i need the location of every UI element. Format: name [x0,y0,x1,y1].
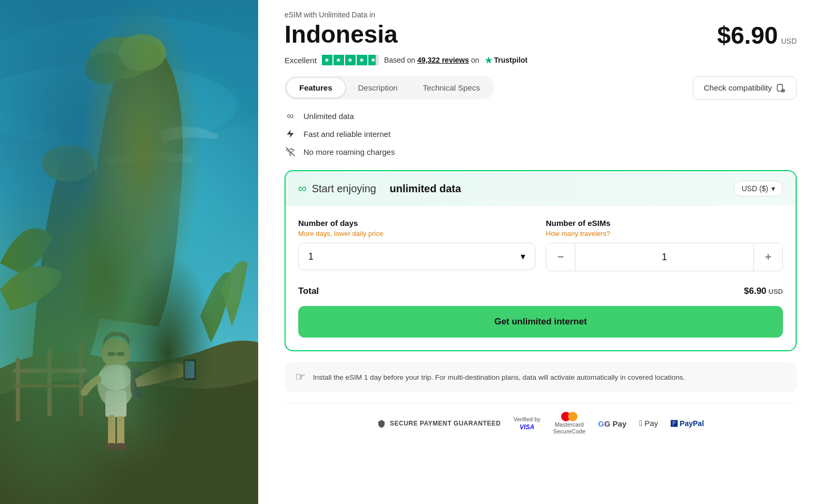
mastercard-sub: SecureCode [553,428,585,435]
booking-header-text2: unlimited data [390,183,462,195]
appay-text: Pay [644,419,658,428]
trustpilot-name: Trustpilot [494,56,528,64]
svg-point-2 [0,63,237,147]
svg-rect-21 [108,415,115,447]
hero-panel [0,0,258,504]
svg-point-1 [0,16,258,142]
feature-no-roaming-text: No more roaming charges [303,147,395,156]
no-roaming-icon [285,146,296,157]
visa-line2: VISA [520,423,534,431]
paypal-icon: 🅿 [671,420,678,428]
infinity-icon: ∞ [285,110,296,122]
paypal-text: PayPal [680,419,704,428]
esims-decrement-button[interactable]: − [546,243,575,271]
star-1: ★ [322,55,332,65]
tab-features[interactable]: Features [286,77,346,98]
right-panel: eSIM with Unlimited Data in Indonesia $6… [258,0,823,504]
lightning-icon [285,128,296,140]
days-dropdown[interactable]: 1 ▾ [298,243,535,270]
secure-payment-badge: SECURE PAYMENT GUARANTEED [377,419,501,428]
info-hand-icon: ☞ [295,370,306,384]
svg-point-23 [105,443,118,450]
feature-fast-internet-text: Fast and reliable internet [303,130,390,139]
svg-rect-16 [115,353,117,355]
esims-label: Number of eSIMs [546,219,783,228]
svg-rect-17 [134,371,143,398]
svg-point-6 [42,145,95,182]
visa-line1: Verified by [513,416,540,423]
svg-rect-15 [117,352,124,356]
page-container: eSIM with Unlimited Data in Indonesia $6… [0,0,823,504]
tab-description[interactable]: Description [346,77,410,98]
mastercard-label: Mastercard [555,421,584,428]
rating-label: Excellent [285,56,317,65]
info-bar: ☞ Install the eSIM 1 day before your tri… [285,362,797,392]
total-row: Total $6.90 USD [298,286,783,297]
check-compatibility-button[interactable]: Check compatibility [693,76,797,100]
check-compat-label: Check compatibility [704,83,772,92]
days-value: 1 [308,251,313,262]
svg-rect-14 [107,352,115,356]
title-row: Indonesia $6.90 USD [285,21,797,50]
svg-rect-19 [185,361,194,378]
feature-unlimited-data: ∞ Unlimited data [285,110,797,122]
mastercard-circles [561,412,577,421]
star-2: ★ [334,55,344,65]
price-amount: $6.90 [717,21,778,50]
feature-fast-internet: Fast and reliable internet [285,128,797,140]
booking-header-text1: Start enjoying [312,183,376,195]
stars-container: ★ ★ ★ ★ ★ [322,55,379,65]
visa-badge: Verified by VISA [513,416,540,431]
secure-label: SECURE PAYMENT GUARANTEED [390,420,501,427]
mastercard-badge: Mastercard SecureCode [553,412,585,435]
trustpilot-logo: ★ Trustpilot [485,55,528,65]
tabs-row: Features Description Technical Specs Che… [285,76,797,100]
gpay-text: G Pay [604,419,627,428]
currency-selector[interactable]: USD ($) ▾ [733,181,783,196]
paypal-badge: 🅿 PayPal [671,419,704,428]
svg-rect-0 [0,0,258,504]
star-5: ★ [368,55,379,65]
svg-rect-20 [105,391,126,417]
esims-hint: How many travelers? [546,230,783,238]
esims-increment-button[interactable]: + [754,243,782,271]
esims-counter: − 1 + [546,243,783,271]
days-selector-group: Number of days More days, lower daily pr… [298,219,535,271]
shield-icon [377,419,386,428]
days-hint: More days, lower daily price [298,230,535,238]
days-label: Number of days [298,219,535,228]
svg-rect-18 [183,359,196,380]
booking-card-header: ∞ Start enjoying unlimited data USD ($) … [286,171,796,206]
svg-point-28 [290,154,291,155]
reviews-link[interactable]: 49,322 reviews [417,56,469,64]
svg-point-24 [114,443,127,450]
star-3: ★ [345,55,356,65]
currency-chevron-icon: ▾ [771,184,775,193]
check-compat-icon [776,83,786,93]
total-label: Total [298,286,319,297]
booking-card: ∞ Start enjoying unlimited data USD ($) … [285,170,797,351]
svg-rect-7 [16,358,20,421]
selectors-row: Number of days More days, lower daily pr… [298,219,783,271]
total-price-value: $6.90 [744,286,767,297]
svg-point-4 [84,53,126,84]
hero-image [0,0,258,504]
cta-button[interactable]: Get unlimited internet [298,306,783,338]
booking-card-body: Number of days More days, lower daily pr… [286,206,796,350]
info-text: Install the eSIM 1 day before your trip.… [313,373,685,381]
hero-svg [0,0,258,504]
product-subtitle: eSIM with Unlimited Data in [285,11,797,19]
product-title: Indonesia [285,21,398,48]
esims-value: 1 [575,243,754,271]
price-currency: USD [781,37,797,45]
tabs-container: Features Description Technical Specs [285,76,494,100]
tab-technical[interactable]: Technical Specs [410,77,493,98]
booking-card-title: ∞ Start enjoying unlimited data [298,182,461,195]
hero-background [0,0,258,504]
svg-rect-10 [13,369,87,373]
svg-rect-9 [79,342,83,416]
esims-selector-group: Number of eSIMs How many travelers? − 1 … [546,219,783,271]
currency-value: USD ($) [741,184,768,193]
features-list: ∞ Unlimited data Fast and reliable inter… [285,110,797,157]
total-price-block: $6.90 USD [744,286,783,297]
